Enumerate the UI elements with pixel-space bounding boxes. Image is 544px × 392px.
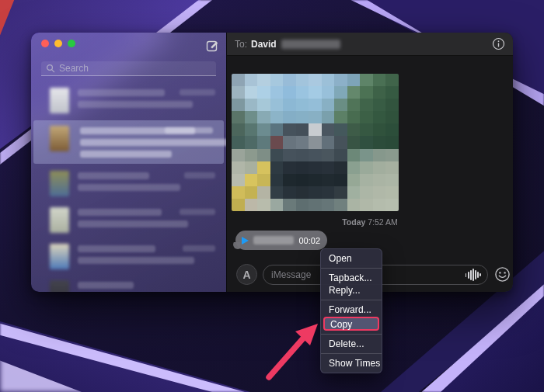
info-button[interactable] bbox=[492, 37, 505, 50]
conversation-preview bbox=[78, 282, 215, 292]
photo-pixel bbox=[360, 161, 373, 174]
messages-window: Search To: David Today 7:52 AM 00: bbox=[31, 33, 513, 292]
photo-pixel bbox=[245, 136, 258, 148]
photo-pixel bbox=[360, 149, 373, 161]
photo-pixel bbox=[296, 99, 309, 111]
apps-button[interactable]: A bbox=[236, 264, 257, 285]
photo-pixel bbox=[270, 74, 284, 86]
audio-record-icon[interactable] bbox=[466, 269, 481, 281]
photo-pixel bbox=[347, 149, 361, 161]
conversation-item[interactable] bbox=[33, 120, 224, 164]
photo-pixel bbox=[257, 111, 270, 123]
photo-pixel bbox=[283, 174, 296, 186]
photo-pixel bbox=[334, 99, 347, 111]
photo-pixel bbox=[270, 111, 284, 123]
photo-pixel bbox=[270, 186, 284, 199]
close-button[interactable] bbox=[41, 40, 49, 47]
photo-pixel bbox=[309, 186, 322, 199]
conversation-item[interactable] bbox=[31, 275, 226, 292]
play-icon[interactable] bbox=[242, 237, 249, 245]
photo-pixel bbox=[232, 123, 245, 136]
photo-pixel bbox=[283, 161, 296, 174]
avatar bbox=[50, 244, 69, 269]
photo-pixel bbox=[322, 99, 335, 111]
timestamp-day: Today bbox=[342, 217, 365, 227]
conversation-preview bbox=[78, 89, 215, 113]
conversation-item[interactable] bbox=[31, 238, 226, 275]
conversation-item[interactable] bbox=[31, 82, 226, 119]
photo-pixel bbox=[257, 123, 270, 136]
conversation-preview bbox=[78, 245, 215, 269]
audio-waveform-blurred bbox=[253, 236, 294, 245]
zoom-button[interactable] bbox=[68, 40, 75, 47]
conversation-title-blurred bbox=[78, 245, 155, 252]
photo-pixel bbox=[373, 161, 386, 174]
menu-item-forward[interactable]: Forward... bbox=[321, 304, 382, 316]
photo-attachment[interactable] bbox=[232, 74, 399, 211]
audio-message-bubble[interactable]: 00:02 bbox=[235, 231, 327, 250]
photo-pixel bbox=[360, 199, 373, 211]
photo-pixel bbox=[360, 74, 373, 86]
avatar bbox=[50, 280, 69, 292]
menu-item-open[interactable]: Open bbox=[321, 252, 382, 265]
photo-pixel bbox=[373, 111, 386, 123]
menu-item-tapback[interactable]: Tapback... bbox=[321, 272, 382, 284]
photo-pixel bbox=[257, 99, 270, 111]
photo-pixel bbox=[322, 111, 335, 123]
photo-pixel bbox=[347, 161, 361, 174]
conversation-line-blurred bbox=[78, 101, 193, 108]
menu-divider bbox=[321, 300, 382, 300]
photo-pixel bbox=[232, 161, 245, 174]
photo-pixel bbox=[257, 136, 270, 148]
photo-pixel bbox=[296, 149, 309, 161]
menu-item-delete[interactable]: Delete... bbox=[321, 338, 382, 350]
avatar bbox=[50, 126, 69, 151]
photo-pixel bbox=[232, 199, 245, 211]
conversation-item[interactable] bbox=[31, 202, 226, 238]
photo-pixel bbox=[309, 99, 322, 111]
minimize-button[interactable] bbox=[54, 40, 62, 47]
photo-pixel bbox=[322, 136, 335, 148]
menu-item-reply[interactable]: Reply... bbox=[321, 284, 382, 297]
menu-item-show-times[interactable]: Show Times bbox=[321, 357, 382, 369]
conversation-time-blurred bbox=[184, 172, 215, 179]
emoji-picker-button[interactable] bbox=[494, 266, 511, 283]
photo-pixel bbox=[309, 199, 322, 211]
photo-pixel bbox=[360, 111, 373, 123]
menu-item-copy[interactable]: Copy bbox=[323, 317, 379, 331]
photo-pixel bbox=[232, 136, 245, 148]
app-store-icon: A bbox=[242, 269, 250, 281]
photo-pixel bbox=[296, 86, 309, 99]
photo-pixel bbox=[334, 123, 347, 136]
photo-pixel bbox=[334, 174, 347, 186]
photo-pixel bbox=[373, 99, 386, 111]
traffic-lights bbox=[41, 40, 75, 47]
photo-pixel bbox=[283, 86, 296, 99]
photo-pixel bbox=[373, 74, 386, 86]
photo-pixel bbox=[283, 74, 296, 86]
photo-pixel bbox=[257, 186, 270, 199]
photo-pixel bbox=[309, 74, 322, 86]
conversation-time-blurred bbox=[180, 209, 215, 215]
redacted-last-name bbox=[281, 40, 340, 49]
search-input[interactable]: Search bbox=[41, 61, 216, 76]
compose-button[interactable] bbox=[206, 39, 219, 52]
photo-pixel bbox=[360, 86, 373, 99]
photo-pixel bbox=[296, 111, 309, 123]
photo-pixel bbox=[257, 161, 270, 174]
photo-pixel bbox=[322, 186, 335, 199]
photo-pixel bbox=[373, 149, 386, 161]
photo-pixel bbox=[296, 174, 309, 186]
photo-pixel bbox=[334, 86, 347, 99]
avatar bbox=[50, 88, 69, 113]
conversation-preview bbox=[80, 127, 213, 162]
photo-pixel bbox=[309, 136, 322, 148]
photo-pixel bbox=[245, 186, 258, 199]
photo-pixel bbox=[257, 199, 270, 211]
recipient-name: David bbox=[251, 39, 277, 50]
conversation-item[interactable] bbox=[31, 165, 226, 202]
photo-pixel bbox=[385, 161, 399, 174]
photo-pixel bbox=[385, 99, 399, 111]
info-dot-icon bbox=[498, 40, 500, 42]
photo-pixel bbox=[232, 186, 245, 199]
